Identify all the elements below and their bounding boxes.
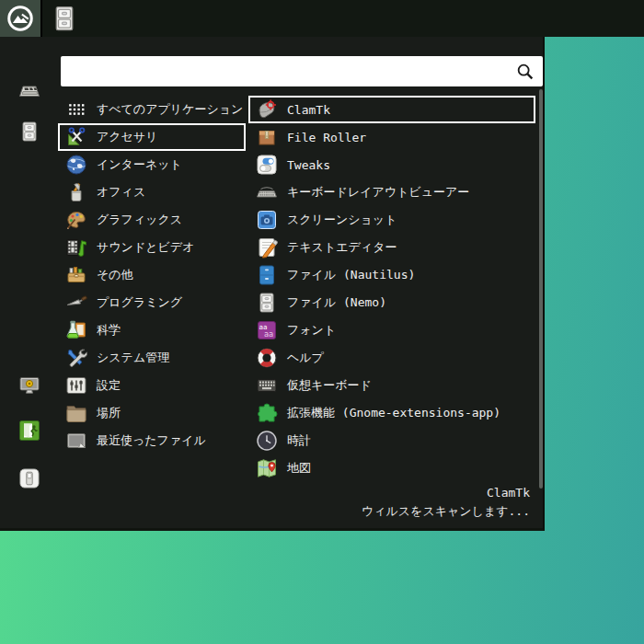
category-item-label: サウンドとビデオ [97,239,194,256]
app-item[interactable]: File Roller [248,123,535,151]
file-cabinet-icon [18,121,40,143]
app-item-label: ファイル (Nemo) [287,294,386,311]
svg-text:aa: aa [264,329,273,339]
category-item[interactable]: サウンドとビデオ [58,234,246,261]
app-item-label: ファイル (Nautilus) [287,267,415,283]
category-item-label: 場所 [97,405,121,421]
logout-button[interactable] [13,414,46,447]
app-item-label: テキストエディター [287,239,397,256]
help-lifebuoy-icon [256,347,278,369]
scrollbar[interactable] [539,89,543,489]
selected-app-name: ClamTk [362,484,530,502]
system-admin-icon [65,347,87,369]
file-cabinet-icon [256,292,278,314]
app-item[interactable]: ClamTk [248,96,535,123]
category-item[interactable]: システム管理 [58,344,246,372]
category-item[interactable]: すべてのアプリケーション [58,96,246,123]
app-item-label: File Roller [287,131,366,144]
logout-icon [18,420,40,442]
category-item-label: 科学 [97,322,121,339]
clamtk-icon [256,98,278,121]
app-item[interactable]: 仮想キーボード [248,372,535,399]
file-roller-icon [256,126,278,148]
recent-files-icon [65,430,87,452]
category-item[interactable]: インターネット [58,151,246,178]
category-item-label: その他 [97,267,133,283]
app-item[interactable]: 時計 [248,427,535,454]
app-item[interactable]: aaaaフォント [248,316,535,344]
search-icon[interactable] [515,62,535,82]
screenshot-icon [256,209,278,231]
app-item[interactable]: ファイル (Nemo) [248,289,535,316]
text-editor-icon [256,236,278,259]
all-apps-grid-icon [65,98,87,121]
category-item-label: アクセサリ [97,129,158,145]
category-item-label: 設定 [97,377,121,394]
category-list: すべてのアプリケーションアクセサリインターネットオフィスグラフィックスサウンドと… [58,96,246,454]
programming-trowel-icon [65,292,87,314]
category-item-label: オフィス [97,184,145,201]
category-item[interactable]: グラフィックス [58,206,246,234]
category-item[interactable]: その他 [58,261,246,289]
selection-info: ClamTk ウィルスをスキャンします... [362,484,530,521]
desktop: すべてのアプリケーションアクセサリインターネットオフィスグラフィックスサウンドと… [0,0,644,644]
category-item-label: システム管理 [97,350,169,366]
power-icon [18,467,40,489]
app-item-label: 拡張機能 (Gnome-extensions-app) [287,405,500,421]
app-item-label: Tweaks [287,158,330,172]
category-item-label: インターネット [97,156,182,173]
app-item-label: 仮想キーボード [287,377,372,394]
application-list: ClamTkFile RollerTweaksキーボードレイアウトビューアースク… [248,96,535,482]
app-item[interactable]: スクリーンショット [248,206,535,234]
lock-screen-button[interactable] [13,369,46,402]
extensions-puzzle-icon [256,402,278,424]
file-manager-launcher[interactable] [50,4,79,33]
app-item-label: フォント [287,322,336,339]
selected-app-description: ウィルスをスキャンします... [362,502,530,521]
sound-video-icon [65,236,87,259]
favorite-keyboard-app[interactable] [13,75,46,109]
app-item[interactable]: テキストエディター [248,234,535,261]
category-item[interactable]: 場所 [58,399,246,427]
lock-screen-icon [18,374,40,397]
accessories-icon [65,126,87,148]
category-item-label: グラフィックス [97,212,182,228]
app-item-label: ClamTk [287,103,330,117]
graphics-palette-icon [65,209,87,231]
app-item-label: 地図 [287,460,311,477]
app-item[interactable]: Tweaks [248,151,535,178]
menu-button[interactable] [0,0,42,37]
favorite-file-manager[interactable] [13,115,46,148]
search-input[interactable] [61,56,515,86]
app-item-label: スクリーンショット [287,212,397,228]
app-item[interactable]: キーボードレイアウトビューアー [248,178,535,206]
top-panel [0,0,644,37]
keyboard-layout-viewer-icon [256,181,278,203]
internet-globe-icon [65,154,87,176]
places-folder-icon [65,402,87,424]
science-flask-icon [65,319,87,341]
maps-icon [256,457,278,479]
app-item[interactable]: ヘルプ [248,344,535,372]
distro-logo-icon [6,5,34,32]
app-item-label: キーボードレイアウトビューアー [287,184,469,201]
file-cabinet-icon [51,5,78,32]
app-item[interactable]: 拡張機能 (Gnome-extensions-app) [248,399,535,427]
app-item[interactable]: 地図 [248,454,535,482]
app-item-label: ヘルプ [287,350,324,366]
category-item[interactable]: アクセサリ [58,123,246,151]
category-item[interactable]: プログラミング [58,289,246,316]
category-item-label: すべてのアプリケーション [97,101,243,118]
category-item[interactable]: オフィス [58,178,246,206]
app-item[interactable]: ファイル (Nautilus) [248,261,535,289]
application-menu: すべてのアプリケーションアクセサリインターネットオフィスグラフィックスサウンドと… [0,37,545,531]
app-item-label: 時計 [287,432,311,449]
search-bar [61,56,543,86]
power-button[interactable] [13,462,46,495]
category-item[interactable]: 科学 [58,316,246,344]
category-item[interactable]: 設定 [58,372,246,399]
nautilus-icon [256,264,278,286]
virtual-keyboard-icon [256,374,278,397]
fonts-icon: aaaa [256,319,278,341]
category-item[interactable]: 最近使ったファイル [58,427,246,454]
